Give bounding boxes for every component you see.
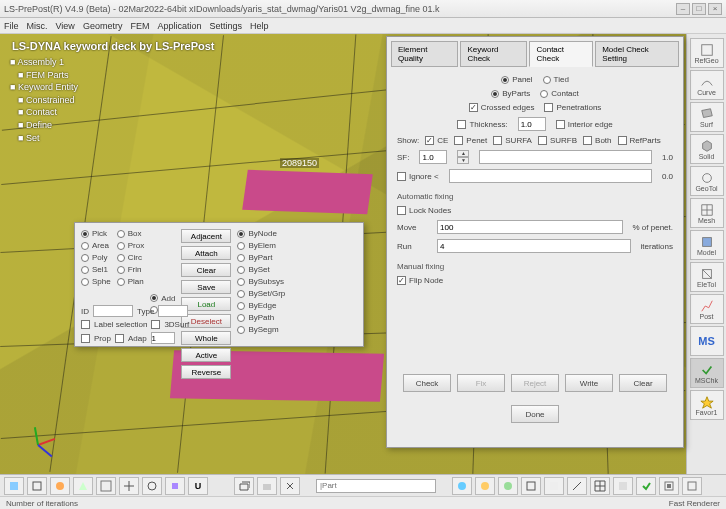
btn-fix[interactable]: Fix <box>457 374 505 392</box>
bb-12[interactable] <box>280 477 300 495</box>
bb-16[interactable] <box>521 477 541 495</box>
radio-plan[interactable]: Plan <box>117 277 144 286</box>
bb-19[interactable] <box>590 477 610 495</box>
radio-bysetgrp[interactable]: BySet/Grp <box>237 289 285 298</box>
model-tree[interactable]: Assembly 1 FEM Parts Keyword Entity Cons… <box>10 56 78 144</box>
radio-poly[interactable]: Poly <box>81 253 111 262</box>
btn-clear2[interactable]: Clear <box>619 374 667 392</box>
tool-mschk[interactable]: MSChk <box>690 358 724 388</box>
close-button[interactable]: × <box>708 3 722 15</box>
chk-interior-edge[interactable]: Interior edge <box>556 120 613 129</box>
btn-check[interactable]: Check <box>403 374 451 392</box>
tool-surf[interactable]: Surf <box>690 102 724 132</box>
bb-5[interactable] <box>96 477 116 495</box>
tool-geotol[interactable]: GeoTol <box>690 166 724 196</box>
bb-7[interactable] <box>142 477 162 495</box>
chk-labelsel[interactable] <box>81 320 90 329</box>
radio-byedge[interactable]: ByEdge <box>237 301 285 310</box>
chk-surfb[interactable]: SURFB <box>538 136 577 145</box>
tool-eletol[interactable]: EleTol <box>690 262 724 292</box>
tool-mesh[interactable]: Mesh <box>690 198 724 228</box>
chk-surfa[interactable]: SURFA <box>493 136 532 145</box>
tree-assembly[interactable]: Assembly 1 <box>10 56 78 69</box>
tool-ms[interactable]: MSMS <box>690 326 724 356</box>
bb-18[interactable] <box>567 477 587 495</box>
radio-byparts[interactable]: ByParts <box>491 89 530 98</box>
chk-crossed-edges[interactable]: Crossed edges <box>469 103 535 112</box>
menu-settings[interactable]: Settings <box>209 21 242 31</box>
tree-define[interactable]: Define <box>18 119 78 132</box>
adap-level[interactable] <box>151 332 175 344</box>
thickness-input[interactable] <box>518 117 546 131</box>
radio-sel1[interactable]: Sel1 <box>81 265 111 274</box>
radio-add[interactable]: Add <box>150 294 175 303</box>
tool-favor[interactable]: Favor1 <box>690 390 724 420</box>
radio-circ[interactable]: Circ <box>117 253 144 262</box>
tree-femparts[interactable]: FEM Parts <box>18 69 78 82</box>
chk-both[interactable]: Both <box>583 136 611 145</box>
chk-refparts[interactable]: RefParts <box>618 136 661 145</box>
chk-ignore[interactable]: Ignore < <box>397 172 439 181</box>
bb-10[interactable] <box>234 477 254 495</box>
btn-savesel[interactable]: Save <box>181 280 231 294</box>
btn-write[interactable]: Write <box>565 374 613 392</box>
tool-solid[interactable]: Solid <box>690 134 724 164</box>
tab-keyword-check[interactable]: Keyword Check <box>460 41 527 67</box>
radio-bypart[interactable]: ByPart <box>237 253 285 262</box>
sf-input[interactable] <box>419 150 447 164</box>
move-input[interactable] <box>437 220 623 234</box>
menu-geometry[interactable]: Geometry <box>83 21 123 31</box>
tab-model-check-setting[interactable]: Model Check Setting <box>595 41 679 67</box>
chk-prop[interactable] <box>81 334 90 343</box>
btn-attach[interactable]: Attach <box>181 246 231 260</box>
menu-view[interactable]: View <box>56 21 75 31</box>
radio-bysegm[interactable]: BySegm <box>237 325 285 334</box>
sf-slider-field[interactable] <box>479 150 651 164</box>
tree-set[interactable]: Set <box>18 132 78 145</box>
bb-22[interactable] <box>659 477 679 495</box>
menu-application[interactable]: Application <box>157 21 201 31</box>
radio-bysubsys[interactable]: BySubsys <box>237 277 285 286</box>
radio-pick[interactable]: Pick <box>81 229 111 238</box>
chk-3dsurf[interactable] <box>151 320 160 329</box>
radio-frin[interactable]: Frin <box>117 265 144 274</box>
tree-constrained[interactable]: Constrained <box>18 94 78 107</box>
tab-contact-check[interactable]: Contact Check <box>529 41 593 67</box>
radio-sphe[interactable]: Sphe <box>81 277 111 286</box>
chk-adap[interactable] <box>115 334 124 343</box>
tool-curve[interactable]: Curve <box>690 70 724 100</box>
menu-fem[interactable]: FEM <box>130 21 149 31</box>
menu-file[interactable]: File <box>4 21 19 31</box>
bb-15[interactable] <box>498 477 518 495</box>
chk-locknodes[interactable]: Lock Nodes <box>397 206 451 215</box>
bb-1[interactable] <box>4 477 24 495</box>
tree-contact[interactable]: Contact <box>18 106 78 119</box>
bb-13[interactable] <box>452 477 472 495</box>
radio-bynode[interactable]: ByNode <box>237 229 285 238</box>
radio-box[interactable]: Box <box>117 229 144 238</box>
radio-panel[interactable]: Panel <box>501 75 532 84</box>
radio-area[interactable]: Area <box>81 241 111 250</box>
maximize-button[interactable]: □ <box>692 3 706 15</box>
bb-6[interactable] <box>119 477 139 495</box>
radio-prox[interactable]: Prox <box>117 241 144 250</box>
menu-misc[interactable]: Misc. <box>27 21 48 31</box>
id-input[interactable] <box>93 305 133 317</box>
bb-8[interactable] <box>165 477 185 495</box>
bb-23[interactable] <box>682 477 702 495</box>
bb-9[interactable]: U <box>188 477 208 495</box>
radio-contact[interactable]: Contact <box>540 89 579 98</box>
bb-20[interactable] <box>613 477 633 495</box>
ignore-field[interactable] <box>449 169 652 183</box>
tree-keyword-entity[interactable]: Keyword Entity <box>10 81 78 94</box>
type-input[interactable] <box>158 305 188 317</box>
bb-21[interactable] <box>636 477 656 495</box>
radio-tied[interactable]: Tied <box>543 75 569 84</box>
chk-penetrations[interactable]: Penetrations <box>544 103 601 112</box>
tool-refgeo[interactable]: RefGeo <box>690 38 724 68</box>
command-input[interactable] <box>316 479 436 493</box>
chk-thickness[interactable]: Thickness: <box>457 120 507 129</box>
bb-3[interactable] <box>50 477 70 495</box>
bb-11[interactable] <box>257 477 277 495</box>
chk-flipnode[interactable]: Flip Node <box>397 276 443 285</box>
